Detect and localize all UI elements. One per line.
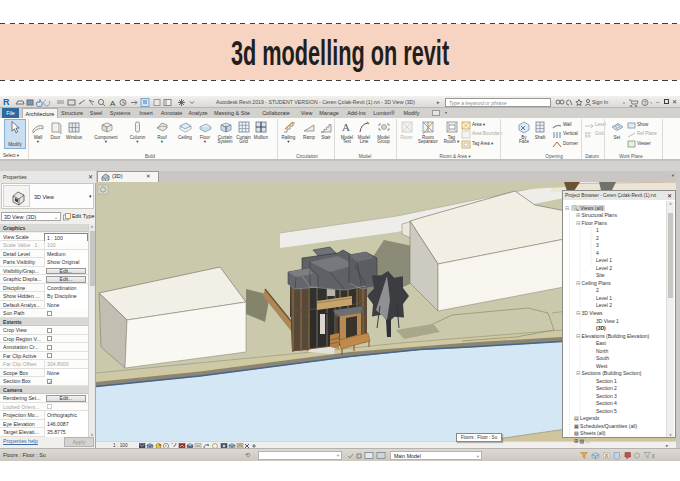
svg-text:?: ? [644,100,647,106]
svg-text:A: A [110,99,116,107]
svg-text:A: A [342,121,350,133]
svg-text:0: 0 [652,454,655,459]
